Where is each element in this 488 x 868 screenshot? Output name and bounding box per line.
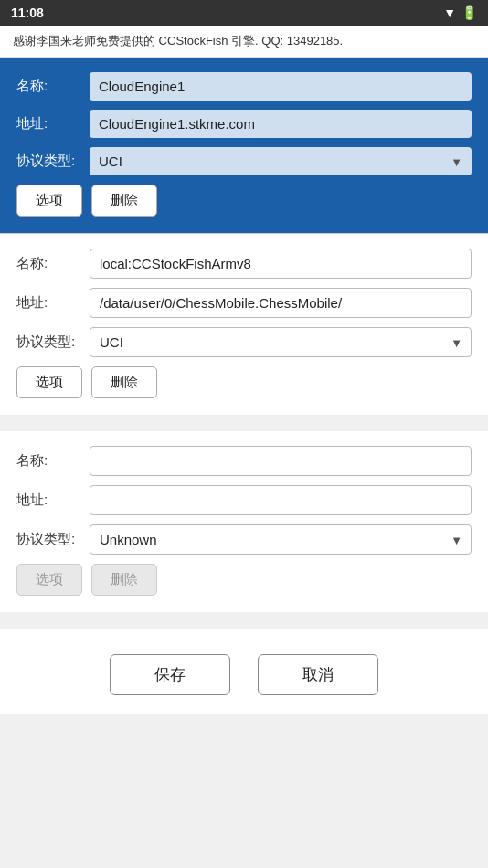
engine2-delete-button[interactable]: 删除 — [91, 366, 157, 398]
engine1-address-input[interactable] — [90, 110, 472, 138]
engine1-address-row: 地址: — [16, 110, 472, 138]
engine1-delete-button[interactable]: 删除 — [91, 185, 157, 217]
engine3-address-label: 地址: — [16, 492, 90, 509]
engine3-address-row: 地址: — [16, 485, 472, 515]
engine3-protocol-row: 协议类型: Unknown UCI WinBoard ▼ — [16, 524, 472, 555]
engine2-name-label: 名称: — [16, 255, 90, 272]
status-icons: ▼ 🔋 — [443, 5, 477, 20]
bottom-space — [0, 714, 488, 860]
engine1-address-label: 地址: — [16, 115, 90, 132]
engine2-name-input[interactable] — [90, 249, 472, 279]
status-bar: 11:08 ▼ 🔋 — [0, 0, 488, 26]
engine2-options-button[interactable]: 选项 — [16, 366, 82, 398]
engine1-protocol-label: 协议类型: — [16, 153, 90, 170]
cancel-button[interactable]: 取消 — [258, 654, 378, 695]
engine3-protocol-label: 协议类型: — [16, 531, 90, 548]
engine2-protocol-label: 协议类型: — [16, 333, 90, 351]
engine2-btn-row: 选项 删除 — [16, 366, 472, 398]
engine1-protocol-row: 协议类型: UCI WinBoard Unknown ▼ — [16, 147, 472, 175]
notice-bar: 感谢李国来老师免费提供的 CCStockFish 引擎. QQ: 1349218… — [0, 26, 488, 58]
engine3-name-input[interactable] — [90, 446, 472, 476]
engine3-options-button: 选项 — [16, 564, 82, 596]
engine-card-1: 名称: 地址: 协议类型: UCI WinBoard Unknown ▼ 选项 … — [0, 58, 488, 233]
section-gap-2 — [0, 612, 488, 629]
engine2-address-row: 地址: — [16, 288, 472, 318]
engine1-options-button[interactable]: 选项 — [16, 185, 82, 217]
engine2-protocol-select-wrapper: UCI WinBoard Unknown ▼ — [90, 327, 472, 357]
engine1-protocol-select-wrapper: UCI WinBoard Unknown ▼ — [90, 147, 472, 175]
engine2-protocol-row: 协议类型: UCI WinBoard Unknown ▼ — [16, 327, 472, 357]
bottom-actions: 保存 取消 — [0, 629, 488, 714]
engine3-delete-button: 删除 — [91, 564, 157, 596]
wifi-icon: ▼ — [443, 5, 456, 20]
engine3-address-input[interactable] — [90, 485, 472, 515]
engine3-protocol-select-wrapper: Unknown UCI WinBoard ▼ — [90, 524, 472, 555]
engine1-name-input[interactable] — [90, 72, 472, 101]
engine1-protocol-select[interactable]: UCI WinBoard Unknown — [90, 147, 472, 175]
engine3-protocol-select[interactable]: Unknown UCI WinBoard — [90, 524, 472, 555]
engine2-protocol-select[interactable]: UCI WinBoard Unknown — [90, 327, 472, 357]
engine2-address-input[interactable] — [90, 288, 472, 318]
notice-text: 感谢李国来老师免费提供的 CCStockFish 引擎. QQ: 1349218… — [13, 34, 343, 48]
engine1-name-label: 名称: — [16, 78, 90, 95]
engine2-address-label: 地址: — [16, 294, 90, 312]
engine3-btn-row: 选项 删除 — [16, 564, 472, 596]
engine3-name-label: 名称: — [16, 452, 90, 470]
section-gap-1 — [0, 415, 488, 431]
engine1-name-row: 名称: — [16, 72, 472, 101]
status-time: 11:08 — [11, 5, 44, 20]
battery-icon: 🔋 — [461, 5, 477, 20]
engine-card-3: 名称: 地址: 协议类型: Unknown UCI WinBoard ▼ 选项 … — [0, 431, 488, 612]
save-button[interactable]: 保存 — [110, 654, 230, 695]
engine3-name-row: 名称: — [16, 446, 472, 476]
engine2-name-row: 名称: — [16, 249, 472, 279]
engine-card-2: 名称: 地址: 协议类型: UCI WinBoard Unknown ▼ 选项 … — [0, 234, 488, 415]
engine1-btn-row: 选项 删除 — [16, 185, 472, 217]
